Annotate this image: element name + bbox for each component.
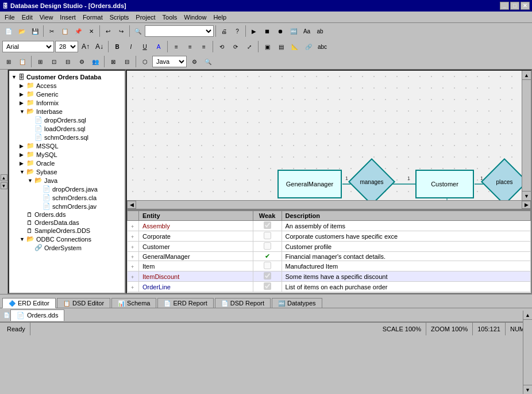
lang-selector[interactable]: Java [152, 56, 187, 67]
find-button[interactable]: 🔍 [132, 25, 144, 37]
row-generalmanager[interactable]: + GeneralManager ✔ Financial manager's c… [128, 252, 531, 261]
script-btn-f[interactable]: ⚙ [75, 55, 88, 68]
row-corporate[interactable]: + Corporate Corporate customers have spe… [128, 231, 531, 242]
copy-button[interactable]: 📋 [59, 25, 71, 37]
v-scrollbar-table[interactable]: ▲ ▼ [523, 311, 532, 394]
delete-button[interactable]: ✕ [85, 25, 98, 37]
tree-oracle[interactable]: ▶ 📁 Oracle [20, 159, 122, 167]
tab-dsd-editor[interactable]: 📋 DSD Editor [57, 298, 110, 308]
redo-button[interactable]: ↪ [115, 25, 128, 37]
tree-generic[interactable]: ▶ 📁 Generic [20, 90, 122, 98]
tree-access[interactable]: ▶ 📁 Access [20, 81, 122, 90]
row-itemdiscount[interactable]: + ItemDiscount Some items have a specifi… [128, 271, 531, 282]
menu-project[interactable]: Project [132, 13, 159, 22]
mysql-expand[interactable]: ▶ [20, 152, 26, 158]
tb-fnt-b[interactable]: ⟳ [229, 40, 242, 53]
tree-load-sql[interactable]: 📄 loadOrders.sql [28, 124, 122, 133]
minimize-button[interactable]: _ [500, 2, 509, 10]
interbase-expand[interactable]: ▼ [20, 109, 26, 114]
tb-fnt-f[interactable]: 📐 [288, 40, 301, 53]
expand-item[interactable]: + [131, 264, 134, 270]
menu-edit[interactable]: Edit [18, 13, 36, 22]
tb-fnt-d[interactable]: ▣ [261, 40, 273, 53]
odbc-expand[interactable]: ▼ [20, 236, 26, 242]
help-button[interactable]: ? [231, 25, 244, 37]
tree-mysql[interactable]: ▶ 📁 MySQL [20, 150, 122, 159]
expand-orderline[interactable]: + [131, 285, 134, 290]
tree-java-folder[interactable]: ▼ 📂 Java [28, 176, 122, 185]
row-orderline[interactable]: + OrderLine List of items on each purcha… [128, 282, 531, 292]
tree-ordersdata[interactable]: 🗒 OrdersData.das [20, 219, 122, 227]
undo-button[interactable]: ↩ [102, 25, 114, 37]
scroll-down-btn[interactable]: ▼ [522, 191, 531, 200]
font-size-selector[interactable]: 28 [55, 41, 78, 52]
nav-up-btn[interactable]: ▲ [1, 174, 7, 181]
align-left-btn[interactable]: ≡ [170, 40, 183, 53]
open-button[interactable]: 📂 [16, 25, 28, 37]
row-item[interactable]: + Item Manufactured Item [128, 261, 531, 271]
expand-itemdiscount[interactable]: + [131, 274, 134, 280]
search-dropdown[interactable] [145, 25, 214, 37]
access-expand[interactable]: ▶ [20, 83, 26, 89]
tree-sample[interactable]: 🗒 SampleOrders.DDS [20, 227, 122, 235]
tb-fnt-h[interactable]: abc [316, 40, 329, 53]
tb-btn-d[interactable]: 🔤 [287, 25, 300, 37]
expand-corporate[interactable]: + [131, 234, 134, 240]
tree-odbc[interactable]: ▼ 📂 ODBC Connections [20, 235, 122, 243]
script-btn-h[interactable]: ⊠ [107, 55, 119, 68]
menu-view[interactable]: View [36, 13, 57, 22]
scroll-up-btn[interactable]: ▲ [522, 71, 531, 80]
v-scrollbar[interactable]: ▲ ▼ [522, 71, 531, 200]
tb-fnt-e[interactable]: ▤ [275, 40, 287, 53]
expand-assembly[interactable]: + [131, 224, 134, 229]
tree-ordersystem[interactable]: 🔗 OrderSystem [28, 243, 122, 252]
diagram-area[interactable]: 1 1 1 N N N N N N N [127, 71, 531, 200]
tab-erd-editor[interactable]: 🔷 ERD Editor [2, 298, 56, 308]
menu-format[interactable]: Format [79, 13, 106, 22]
tree-drop-sql[interactable]: 📄 dropOrders.sql [28, 116, 122, 124]
script-btn-b[interactable]: 📋 [16, 55, 29, 68]
nav-down-btn[interactable]: ▼ [1, 182, 7, 189]
relation-places[interactable]: places [488, 165, 521, 198]
tb-btn-e[interactable]: Aa [300, 25, 313, 37]
font-shrink-btn[interactable]: A↓ [93, 40, 106, 53]
cut-button[interactable]: ✂ [45, 25, 58, 37]
tree-schm-jav[interactable]: 📄 schmOrders.jav [36, 202, 122, 211]
new-button[interactable]: 📄 [2, 25, 15, 37]
tree-root[interactable]: ▼ 🗄 Customer Orders Databa [11, 73, 122, 81]
entity-generalmanager[interactable]: GeneralManager [277, 170, 342, 198]
close-button[interactable]: ✕ [521, 2, 530, 10]
font-grow-btn[interactable]: A↑ [79, 40, 92, 53]
menu-window[interactable]: Window [180, 13, 210, 22]
tree-sybase[interactable]: ▼ 📂 Sybase [20, 167, 122, 176]
informix-expand[interactable]: ▶ [20, 100, 26, 106]
entity-customer[interactable]: Customer [415, 170, 474, 198]
italic-button[interactable]: I [125, 40, 137, 53]
tab-datatypes[interactable]: 🔤 Datatypes [272, 298, 322, 308]
menu-insert[interactable]: Insert [56, 13, 79, 22]
h-scrollbar-diagram[interactable]: ◀ ▶ [127, 200, 531, 209]
sybase-expand[interactable]: ▼ [20, 169, 26, 175]
tree-orders-dds[interactable]: 🗒 Orders.dds [20, 211, 122, 219]
bold-button[interactable]: B [111, 40, 124, 53]
save-button[interactable]: 💾 [29, 25, 41, 37]
maximize-button[interactable]: □ [510, 2, 519, 10]
tb-fnt-a[interactable]: ⟲ [215, 40, 228, 53]
underline-button[interactable]: U [138, 40, 151, 53]
align-center-btn[interactable]: ≡ [184, 40, 196, 53]
mssql-expand[interactable]: ▶ [20, 143, 26, 149]
script-btn-k[interactable]: ⚙ [188, 55, 201, 68]
tree-drop-java[interactable]: 📄 dropOrders.java [36, 185, 122, 193]
oracle-expand[interactable]: ▶ [20, 160, 26, 166]
row-customer[interactable]: + Customer Customer profile [128, 242, 531, 252]
tb-fnt-g[interactable]: 🔗 [302, 40, 315, 53]
menu-scripts[interactable]: Scripts [106, 13, 133, 22]
script-btn-j[interactable]: ⬡ [138, 55, 151, 68]
tb-btn-a[interactable]: ▶ [248, 25, 260, 37]
file-tab-orders[interactable]: 📄 Orders.dds [10, 309, 64, 321]
tree-mssql[interactable]: ▶ 📁 MSSQL [20, 141, 122, 150]
tree-schm-sql[interactable]: 📄 schmOrders.sql [28, 133, 122, 141]
java-expand[interactable]: ▼ [28, 178, 34, 183]
menu-tools[interactable]: Tools [159, 13, 181, 22]
scroll-right-btn[interactable]: ▶ [522, 201, 531, 209]
